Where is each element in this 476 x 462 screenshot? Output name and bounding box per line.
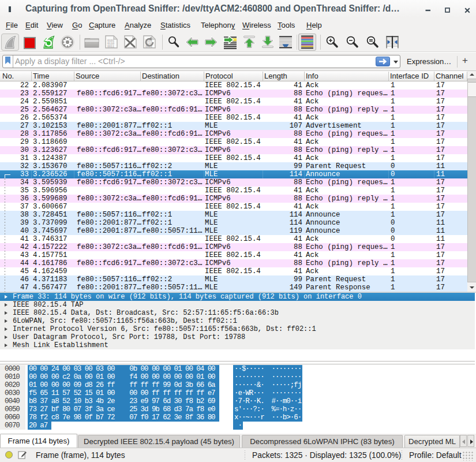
svg-text:0011: 0011	[107, 45, 114, 49]
